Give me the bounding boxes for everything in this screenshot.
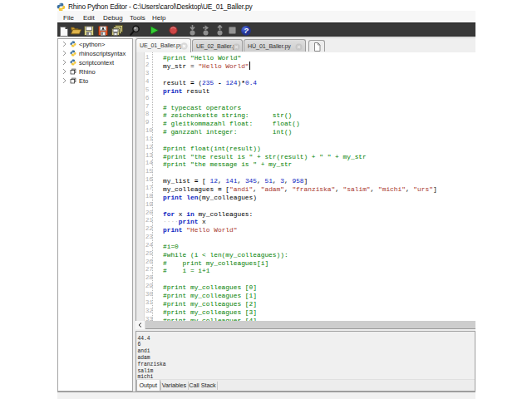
svg-text:?: ? (244, 26, 249, 35)
